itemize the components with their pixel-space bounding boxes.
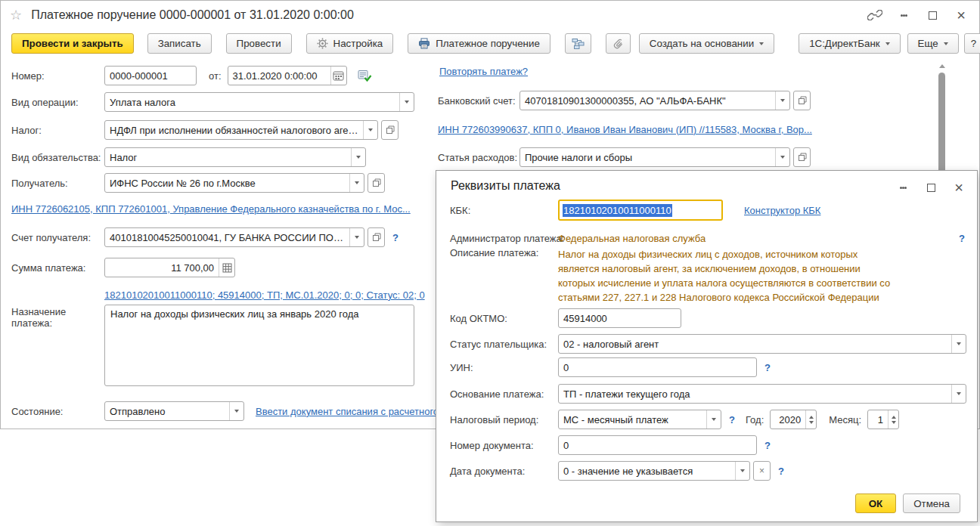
- open-tax-button[interactable]: [381, 120, 399, 140]
- dropdown-arrow-icon[interactable]: [706, 410, 721, 429]
- ok-button[interactable]: ОК: [855, 494, 897, 513]
- structure-icon: [572, 38, 585, 50]
- dropdown-arrow-icon[interactable]: [951, 385, 966, 403]
- doc-date-select[interactable]: 0 - значение не указывается: [558, 461, 750, 481]
- repeat-payment-link[interactable]: Повторять платеж?: [439, 66, 528, 77]
- year-input[interactable]: 2020: [770, 410, 817, 429]
- payer-details-row: ИНН 772603990637, КПП 0, Иванов Иван Ива…: [438, 119, 812, 139]
- doc-number-row: Номер документа: 0 ?: [450, 435, 771, 455]
- recipient-account-label: Счет получателя:: [11, 232, 104, 243]
- month-input[interactable]: 1: [867, 410, 899, 429]
- state-select[interactable]: Отправлено: [104, 401, 244, 421]
- attachments-button[interactable]: [606, 33, 631, 54]
- doc-date-clear-button[interactable]: ×: [753, 461, 771, 481]
- calculator-icon[interactable]: [219, 258, 234, 277]
- maximize-button[interactable]: [923, 6, 941, 24]
- dropdown-arrow-icon[interactable]: [775, 148, 789, 166]
- dropdown-arrow-icon[interactable]: [349, 228, 364, 246]
- doc-date-help[interactable]: ?: [778, 466, 784, 477]
- bank-account-select[interactable]: 40701810901300000355, АО "АЛЬФА-БАНК": [519, 91, 790, 110]
- recipient-account-select[interactable]: 40101810045250010041, ГУ БАНКА РОССИИ ПО…: [104, 227, 364, 247]
- enter-debit-document-link[interactable]: Ввести документ списания с расчетного: [256, 406, 439, 417]
- number-input[interactable]: 0000-000001: [104, 66, 197, 85]
- recipient-account-help[interactable]: ?: [392, 232, 399, 243]
- description-label: Описание платежа:: [450, 247, 558, 258]
- directbank-button[interactable]: 1С:ДиректБанк: [799, 33, 900, 54]
- help-button[interactable]: ?: [964, 33, 980, 54]
- amount-label: Сумма платежа:: [11, 262, 104, 274]
- recipient-details-link[interactable]: ИНН 7726062105, КПП 772601001, Управлени…: [11, 203, 411, 215]
- doc-number-input[interactable]: 0: [558, 435, 757, 455]
- obligation-label: Вид обязательства:: [11, 152, 104, 163]
- expense-item-select[interactable]: Прочие налоги и сборы: [519, 147, 790, 167]
- dropdown-arrow-icon[interactable]: [399, 93, 414, 111]
- more-menu-icon[interactable]: [895, 6, 913, 24]
- tax-period-help[interactable]: ?: [729, 414, 735, 425]
- print-payment-order-button[interactable]: Платежное поручение: [408, 33, 550, 54]
- save-button[interactable]: Записать: [147, 33, 212, 54]
- doc-number-help[interactable]: ?: [764, 440, 771, 451]
- kbk-input[interactable]: 18210102010011000110: [558, 200, 723, 221]
- basis-select[interactable]: ТП - платежи текущего года: [558, 384, 966, 404]
- open-recipient-account-button[interactable]: [368, 227, 385, 247]
- dropdown-arrow-icon[interactable]: [349, 174, 364, 192]
- dialog-maximize-button[interactable]: [922, 178, 940, 196]
- post-button[interactable]: Провести: [226, 33, 292, 54]
- scrollbar-up-icon[interactable]: [938, 64, 946, 70]
- doc-date-row: Дата документа: 0 - значение не указывае…: [450, 461, 784, 481]
- month-spinner[interactable]: [888, 410, 898, 429]
- year-label: Год:: [746, 414, 764, 425]
- open-expense-item-button[interactable]: [793, 147, 811, 167]
- create-based-on-button[interactable]: Создать на основании: [639, 33, 774, 54]
- calendar-icon[interactable]: [330, 67, 346, 85]
- dropdown-arrow-icon[interactable]: [735, 462, 749, 480]
- chevron-down-icon: [885, 42, 890, 45]
- operation-select[interactable]: Уплата налога: [104, 92, 414, 112]
- tax-period-select[interactable]: МС - месячный платеж: [558, 410, 721, 429]
- operation-label: Вид операции:: [11, 97, 104, 108]
- payer-status-label: Статус плательщика:: [450, 339, 558, 350]
- settings-button[interactable]: Настройка: [306, 33, 394, 54]
- open-bank-account-button[interactable]: [793, 91, 811, 110]
- recipient-row: Получатель: ИФНС России № 26 по г.Москве: [11, 173, 385, 193]
- date-input[interactable]: 31.01.2020 0:00:00: [228, 66, 347, 85]
- favorite-star-icon[interactable]: ☆: [10, 7, 22, 23]
- kbk-constructor-link[interactable]: Конструктор КБК: [744, 205, 820, 216]
- obligation-select[interactable]: Налог: [104, 147, 366, 167]
- more-actions-button[interactable]: Еще: [907, 33, 959, 54]
- uin-help[interactable]: ?: [764, 362, 771, 373]
- payer-details-link[interactable]: ИНН 772603990637, КПП 0, Иванов Иван Ива…: [438, 124, 812, 135]
- purpose-row: Назначение платежа:: [11, 306, 104, 329]
- paperclip-icon: [612, 38, 624, 49]
- kbk-summary-link[interactable]: 18210102010011000110; 45914000; ТП; МС.0…: [104, 289, 425, 301]
- close-button[interactable]: ×: [952, 6, 970, 24]
- dropdown-arrow-icon[interactable]: [951, 335, 966, 353]
- dropdown-arrow-icon[interactable]: [363, 121, 377, 139]
- dropdown-arrow-icon[interactable]: [351, 148, 365, 166]
- purpose-textarea[interactable]: Налог на доходы физических лиц за январь…: [104, 305, 414, 386]
- tax-select[interactable]: НДФЛ при исполнении обязанностей налогов…: [104, 120, 378, 140]
- year-spinner[interactable]: [805, 410, 816, 429]
- doc-number-label: Номер документа:: [450, 440, 558, 451]
- dropdown-arrow-icon[interactable]: [229, 402, 243, 420]
- recipient-select[interactable]: ИФНС России № 26 по г.Москве: [104, 173, 364, 193]
- open-recipient-button[interactable]: [368, 173, 385, 193]
- open-in-form-icon: [372, 233, 381, 242]
- document-structure-button[interactable]: [565, 33, 591, 54]
- uin-input[interactable]: 0: [558, 357, 757, 377]
- post-and-close-button[interactable]: Провести и закрыть: [11, 33, 134, 54]
- register-records-icon[interactable]: [358, 70, 372, 82]
- dropdown-arrow-icon[interactable]: [775, 91, 789, 110]
- link-icon[interactable]: [866, 6, 884, 24]
- dialog-close-button[interactable]: ×: [950, 178, 968, 196]
- description-row: Описание платежа:: [450, 247, 558, 267]
- payer-status-row: Статус плательщика: 02 - налоговый агент: [450, 334, 966, 354]
- dialog-more-menu-icon[interactable]: [894, 178, 912, 196]
- payer-status-select[interactable]: 02 - налоговый агент: [558, 334, 966, 354]
- admin-help[interactable]: ?: [959, 233, 965, 244]
- tax-label: Налог:: [11, 125, 104, 136]
- amount-input[interactable]: 11 700,00: [104, 258, 235, 277]
- oktmo-input[interactable]: 45914000: [558, 308, 681, 328]
- cancel-button[interactable]: Отмена: [903, 494, 960, 513]
- expense-item-label: Статья расходов:: [438, 152, 519, 163]
